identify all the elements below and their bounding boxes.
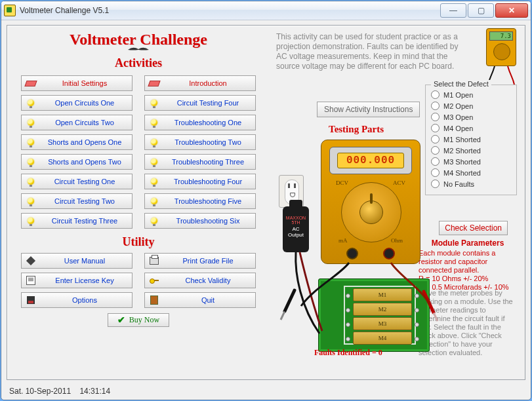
status-time: 14:31:14 (79, 387, 110, 396)
label: Buy Now (129, 315, 159, 325)
label: Circuit Testing Four (165, 96, 251, 109)
circuit-board[interactable]: M1M2M3M4 (318, 278, 430, 352)
defect-option[interactable]: M4 Open (431, 123, 511, 134)
bench-area: MAXXON 5TH AC Output 000.000 DCV ACV mA … (275, 137, 432, 360)
mini-meter-readout: 7.3 (489, 31, 513, 41)
activity-button[interactable]: Troubleshooting Three (144, 154, 256, 170)
module-m1[interactable]: M1 (353, 288, 412, 301)
meter-jack-red[interactable] (383, 248, 395, 259)
label: Shorts and Opens Two (41, 155, 128, 168)
disk-icon (26, 295, 36, 305)
check-icon: ✔ (117, 316, 125, 325)
defect-option[interactable]: M4 Shorted (431, 167, 511, 178)
radio-label: M2 Shorted (443, 147, 481, 155)
radio-label: No Faults (443, 180, 474, 188)
lightbulb-icon (149, 137, 159, 147)
activities-heading: Activities (7, 56, 270, 70)
probe-black[interactable] (283, 288, 297, 313)
label: Shorts and Opens One (41, 136, 128, 149)
activity-button[interactable]: Open Circuits Two (21, 115, 133, 130)
activity-button[interactable]: Shorts and Opens Two (21, 154, 133, 170)
right-column: This activity can be used for student pr… (270, 28, 520, 379)
mini-meter-icon: 7.3 (485, 28, 517, 88)
group-legend: Select the Defect (431, 80, 491, 88)
defect-option[interactable]: M2 Shorted (431, 145, 511, 156)
radio-icon (431, 113, 440, 121)
enter-license-button[interactable]: Enter License Key (21, 273, 133, 288)
meter-knob[interactable] (359, 200, 383, 224)
options-button[interactable]: Options (21, 292, 133, 308)
user-manual-button[interactable]: User Manual (21, 253, 133, 269)
dial-label-dcv: DCV (336, 180, 348, 186)
faults-identified: Faults Identified = 0 (314, 348, 382, 358)
radio-label: M1 Open (443, 91, 473, 99)
radio-label: M4 Shorted (443, 169, 481, 177)
activity-button[interactable]: Circuit Testing Four (144, 95, 256, 111)
module-m3[interactable]: M3 (353, 317, 412, 330)
module-m4[interactable]: M4 (353, 332, 412, 345)
check-validity-button[interactable]: Check Validity (144, 273, 256, 288)
close-button[interactable]: ✕ (495, 3, 528, 18)
activity-button[interactable]: Introduction (144, 75, 256, 91)
app-window: Voltmeter Challenge V5.1 — ▢ ✕ Voltmeter… (1, 1, 531, 400)
module-parameters: Module Parameters Each module contains a… (419, 239, 517, 292)
lightbulb-icon (26, 216, 36, 226)
lightbulb-icon (149, 196, 159, 206)
left-column: Voltmeter Challenge Activities Initial S… (7, 26, 270, 379)
activity-button[interactable]: Open Circuits One (21, 95, 133, 111)
defect-option[interactable]: M2 Open (431, 100, 511, 111)
maximize-button[interactable]: ▢ (468, 3, 494, 18)
status-bar: Sat. 10-Sep-2011 14:31:14 (9, 387, 110, 396)
minimize-button[interactable]: — (440, 3, 466, 18)
ac-adapter: MAXXON 5TH AC Output (283, 206, 309, 252)
utility-heading: Utility (7, 235, 270, 249)
multimeter[interactable]: 000.000 DCV ACV mA Ohm (321, 140, 420, 264)
label: Quit (165, 294, 251, 307)
activity-button[interactable]: Circuit Testing One (21, 174, 133, 189)
activities-grid: Initial SettingsIntroductionOpen Circuit… (7, 75, 270, 229)
module-m2[interactable]: M2 (353, 303, 412, 316)
show-instructions-button[interactable]: Show Activity Instructions (317, 102, 420, 117)
module-params-title: Module Parameters (419, 239, 517, 248)
meter-screen-frame: 000.000 (329, 147, 412, 174)
utility-grid: User Manual Print Grade File Enter Licen… (7, 253, 270, 308)
label: Troubleshooting Five (165, 195, 251, 208)
lightbulb-icon (26, 176, 36, 187)
activity-button[interactable]: Troubleshooting Five (144, 193, 256, 209)
intro-text: This activity can be used for student pr… (276, 32, 466, 71)
label: Troubleshooting One (165, 116, 251, 129)
activity-button[interactable]: Initial Settings (21, 75, 133, 91)
label: Introduction (165, 77, 251, 90)
lightbulb-icon (149, 157, 159, 167)
defect-option[interactable]: No Faults (431, 178, 511, 189)
activity-button[interactable]: Troubleshooting Two (144, 134, 256, 150)
defect-option[interactable]: M1 Open (431, 89, 511, 100)
radio-label: M3 Open (443, 113, 473, 121)
lightbulb-icon (26, 117, 36, 128)
label: User Manual (41, 254, 128, 267)
activity-button[interactable]: Troubleshooting Six (144, 213, 256, 229)
lightbulb-icon (26, 98, 36, 108)
lightbulb-icon (26, 196, 36, 206)
defect-option[interactable]: M1 Shorted (431, 134, 511, 145)
activity-button[interactable]: Troubleshooting One (144, 115, 256, 130)
label: Circuit Testing One (41, 175, 128, 188)
print-grade-button[interactable]: Print Grade File (144, 253, 256, 269)
defect-option[interactable]: M3 Shorted (431, 156, 511, 167)
label: Troubleshooting Four (165, 175, 251, 188)
key-icon (149, 275, 159, 286)
meter-jack-black[interactable] (346, 248, 358, 259)
quit-button[interactable]: Quit (144, 292, 256, 308)
activity-button[interactable]: Shorts and Opens One (21, 134, 133, 150)
eagle-icon (127, 46, 150, 54)
titlebar[interactable]: Voltmeter Challenge V5.1 — ▢ ✕ (1, 1, 531, 20)
defect-option[interactable]: M3 Open (431, 111, 511, 123)
window-title: Voltmeter Challenge V5.1 (20, 6, 109, 15)
activity-button[interactable]: Troubleshooting Four (144, 174, 256, 189)
buy-now-button[interactable]: ✔ Buy Now (108, 313, 169, 327)
radio-label: M4 Open (443, 124, 473, 132)
label: Options (41, 294, 128, 307)
activity-button[interactable]: Circuit Testing Two (21, 193, 133, 209)
activity-button[interactable]: Circuit Testing Three (21, 213, 133, 229)
check-selection-button[interactable]: Check Selection (439, 221, 508, 235)
